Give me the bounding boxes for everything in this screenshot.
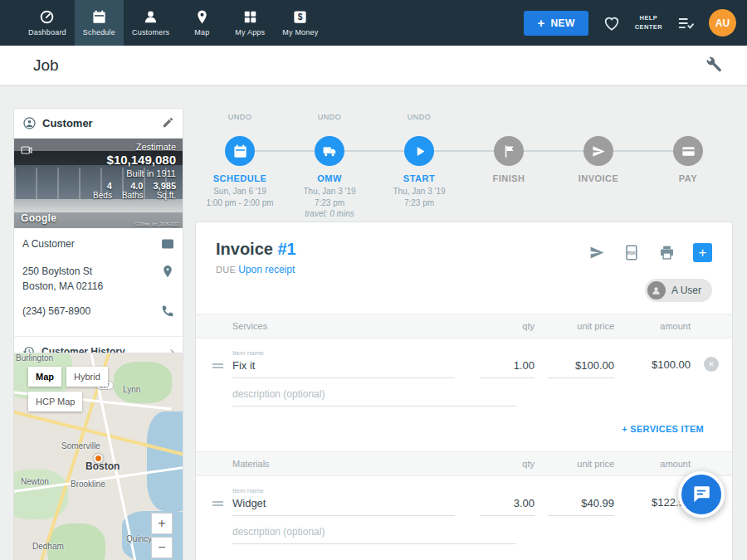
nav-right-group: + NEW HELP CENTER AU	[524, 0, 747, 46]
customer-card-header: Customer	[14, 109, 183, 139]
send-invoice-icon[interactable]	[588, 244, 606, 261]
invoice-actions: PDF +	[588, 240, 712, 262]
due-value-link[interactable]: Upon receipt	[238, 264, 295, 275]
material-unit-price-input[interactable]	[548, 495, 614, 516]
nav-item-dashboard[interactable]: Dashboard	[20, 0, 75, 46]
assigned-user-row: A User	[196, 275, 732, 314]
materials-section-header: Materials qty unit price amount	[196, 451, 732, 476]
new-button[interactable]: + NEW	[524, 11, 588, 36]
map-label: Brookline	[71, 480, 105, 489]
contact-card-icon[interactable]	[161, 237, 174, 254]
print-icon[interactable]	[658, 244, 676, 261]
nav-item-customers[interactable]: Customers	[124, 0, 178, 46]
location-pin-icon[interactable]	[161, 265, 174, 281]
sqft-value: 3,985	[153, 181, 176, 191]
service-description-row	[196, 378, 732, 407]
pay-step-button[interactable]	[673, 136, 703, 166]
step-finish: FINISH	[464, 113, 554, 220]
map-label: Somerville	[61, 441, 100, 450]
help-center-link[interactable]: HELP CENTER	[635, 14, 662, 32]
service-qty-input[interactable]	[480, 358, 535, 378]
service-item-name-input[interactable]	[232, 358, 455, 378]
schedule-step-button[interactable]	[225, 136, 255, 166]
step-time: 7:23 pm	[303, 197, 355, 209]
contact-info: A Customer 250 Boylston St Boston, MA 02…	[14, 228, 183, 336]
step-invoice: INVOICE	[554, 113, 643, 220]
material-description-row	[196, 516, 732, 544]
edit-pencil-icon[interactable]	[162, 116, 174, 131]
google-logo: Google	[21, 212, 56, 224]
undo-omw-link[interactable]: UNDO	[318, 113, 342, 123]
nav-item-my-money[interactable]: $ My Money	[274, 0, 326, 46]
app-screen: Dashboard Schedule Customers Map	[0, 0, 747, 560]
assigned-user-pill[interactable]: A User	[645, 279, 712, 302]
undo-schedule-link[interactable]: UNDO	[228, 113, 252, 123]
map-layer-button-hybrid[interactable]: Hybrid	[66, 367, 108, 387]
customers-icon	[143, 9, 159, 25]
chat-bubble-button[interactable]	[678, 471, 725, 518]
customer-icon	[22, 116, 37, 130]
remove-item-icon[interactable]: ✕	[704, 357, 719, 372]
baths-value: 4.0	[122, 181, 144, 191]
undo-start-link[interactable]: UNDO	[408, 113, 432, 123]
drag-handle-icon[interactable]	[212, 362, 232, 378]
streetview-camera-icon	[20, 144, 33, 160]
send-plane-icon	[591, 144, 607, 159]
invoice-number[interactable]: #1	[277, 240, 295, 258]
map-layer-button-map[interactable]: Map	[28, 367, 61, 387]
map-layer-button-hcp[interactable]: HCP Map	[28, 392, 82, 411]
schedule-icon	[91, 9, 107, 25]
nav-item-my-apps[interactable]: My Apps	[226, 0, 274, 46]
step-datetime: Thu, Jan 3 '19 7:23 pm travel: 0 mins	[303, 186, 355, 220]
beds-value: 4	[93, 181, 112, 191]
zestimate-value: $10,149,080	[93, 153, 176, 167]
nav-item-schedule[interactable]: Schedule	[75, 0, 124, 46]
beds-label: Beds	[93, 191, 112, 200]
new-button-label: NEW	[551, 17, 575, 29]
item-name-label: Item name	[232, 487, 455, 494]
customer-address-row: 250 Boylston St Boston, MA 02116	[22, 264, 174, 294]
qty-column-header: qty	[480, 459, 535, 469]
start-step-button[interactable]	[404, 136, 434, 166]
customer-address: 250 Boylston St Boston, MA 02116	[22, 264, 161, 294]
service-unit-price-input[interactable]	[548, 358, 614, 378]
step-travel-time: travel: 0 mins	[303, 208, 355, 220]
invoice-due: DUE Upon receipt	[216, 264, 296, 275]
customer-phone: (234) 567-8900	[22, 304, 161, 319]
service-description-input[interactable]	[232, 387, 516, 407]
nav-label: My Money	[282, 28, 318, 37]
nav-item-map[interactable]: Map	[178, 0, 226, 46]
svg-text:$: $	[298, 12, 303, 22]
zestimate-label: Zestimate	[93, 142, 176, 152]
material-item-name-input[interactable]	[232, 495, 455, 516]
zoom-out-button[interactable]: −	[151, 537, 173, 558]
user-avatar[interactable]: AU	[709, 9, 736, 37]
finish-step-button[interactable]	[494, 136, 524, 166]
zoom-in-button[interactable]: +	[151, 513, 173, 534]
step-label: START	[403, 173, 435, 183]
property-photo[interactable]: Zestimate $10,149,080 Built in 1911 4 Be…	[14, 139, 183, 228]
drag-handle-icon[interactable]	[212, 499, 232, 516]
customer-name-row: A Customer	[22, 236, 174, 254]
add-services-item-link[interactable]: + SERVICES ITEM	[622, 424, 704, 434]
add-line-item-button[interactable]: +	[693, 243, 712, 262]
job-tags-wrench-icon[interactable]	[705, 56, 722, 75]
health-heart-icon[interactable]	[603, 14, 621, 32]
step-time: 7:23 pm	[393, 197, 445, 209]
step-omw: UNDO OMW Thu, Jan 3 '19 7:23 pm travel: …	[285, 113, 374, 220]
activity-list-icon[interactable]	[676, 14, 695, 32]
material-qty-input[interactable]	[480, 495, 535, 516]
zillow-attribution: © Zillow, Inc. 2006-2017	[134, 222, 179, 226]
amount-column-header: amount	[614, 459, 691, 469]
stat-baths: 4.0 Baths	[122, 181, 144, 200]
phone-icon[interactable]	[161, 304, 174, 321]
nav-label: Customers	[132, 28, 169, 37]
nav-label: Schedule	[83, 28, 115, 37]
map-label: Lynn	[123, 385, 140, 394]
omw-step-button[interactable]	[315, 136, 344, 166]
pdf-icon[interactable]: PDF	[623, 244, 641, 261]
add-services-row: + SERVICES ITEM	[196, 407, 732, 451]
invoice-step-button[interactable]	[583, 136, 613, 166]
material-description-input[interactable]	[232, 524, 516, 544]
job-location-marker[interactable]	[94, 454, 103, 463]
